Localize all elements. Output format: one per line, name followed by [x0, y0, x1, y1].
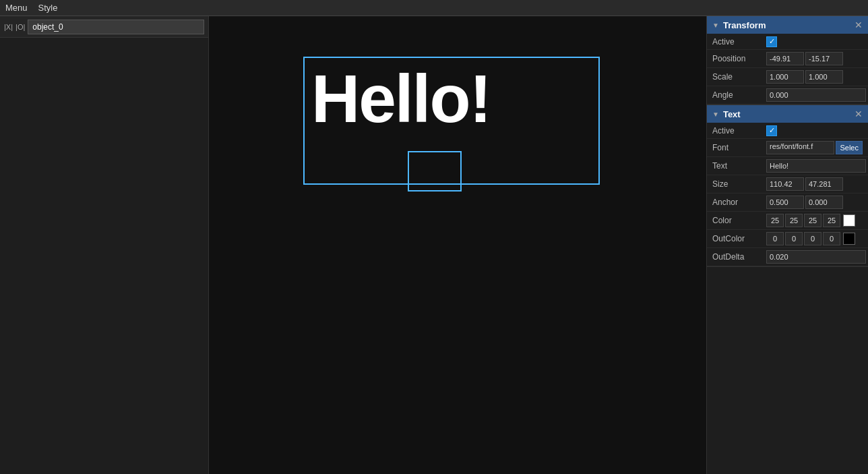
right-panel: ▼ Transform ✕ Active ✓ Poosition Scale: [706, 16, 868, 474]
text-value-row: Text: [707, 157, 868, 175]
text-anchor-label: Anchor: [712, 198, 766, 207]
transform-header[interactable]: ▼ Transform ✕: [707, 16, 868, 34]
menubar: Menu Style: [0, 0, 868, 16]
transform-position-row: Poosition: [707, 50, 868, 68]
text-outcolor-a[interactable]: [823, 232, 840, 245]
text-font-group: res/font/font.f Selec: [766, 141, 863, 154]
transform-scale-label: Scale: [712, 72, 766, 82]
text-outcolor-r[interactable]: [766, 232, 784, 245]
transform-section: ▼ Transform ✕ Active ✓ Poosition Scale: [707, 16, 868, 105]
text-font-row: Font res/font/font.f Selec: [707, 139, 868, 157]
transform-angle-row: Angle: [707, 86, 868, 105]
text-anchor-x[interactable]: [766, 196, 804, 209]
sub-selection-box: [408, 151, 462, 191]
o-icon: |O|: [16, 23, 25, 31]
menu-item-style[interactable]: Style: [38, 3, 58, 13]
x-icon: |X|: [4, 23, 13, 31]
text-anchor-y[interactable]: [805, 196, 843, 209]
text-outcolor-values: [766, 232, 855, 245]
text-active-label: Active: [712, 126, 766, 136]
text-close-button[interactable]: ✕: [855, 109, 863, 119]
transform-position-values: [766, 52, 863, 65]
transform-active-checkbox[interactable]: ✓: [766, 36, 777, 47]
transform-collapse-icon: ▼: [712, 22, 719, 29]
text-section: ▼ Text ✕ Active ✓ Font res/font/font.f S…: [707, 105, 868, 267]
transform-position-y[interactable]: [805, 52, 843, 65]
text-size-h[interactable]: [805, 177, 843, 191]
text-outcolor-label: OutColor: [712, 234, 766, 243]
text-color-values: [766, 214, 855, 227]
text-size-w[interactable]: [766, 177, 804, 191]
left-panel: |X| |O|: [0, 16, 209, 474]
transform-active-label: Active: [712, 37, 766, 47]
canvas-area: Hello!: [209, 16, 706, 474]
text-font-label: Font: [712, 143, 766, 152]
transform-scale-values: [766, 70, 863, 84]
hello-text: Hello!: [305, 58, 598, 132]
text-color-g[interactable]: [785, 214, 803, 227]
text-header[interactable]: ▼ Text ✕: [707, 105, 868, 123]
transform-scale-row: Scale: [707, 68, 868, 86]
text-outcolor-swatch[interactable]: [843, 233, 855, 245]
text-font-select-button[interactable]: Selec: [836, 141, 863, 154]
transform-scale-x[interactable]: [766, 70, 804, 84]
text-anchor-values: [766, 196, 863, 209]
text-outcolor-b[interactable]: [804, 232, 822, 245]
text-color-row: Color: [707, 212, 868, 230]
text-color-a[interactable]: [823, 214, 840, 227]
object-name-input[interactable]: [28, 20, 204, 34]
text-color-r[interactable]: [766, 214, 784, 227]
text-anchor-row: Anchor: [707, 194, 868, 212]
transform-position-label: Poosition: [712, 54, 766, 63]
transform-angle-input[interactable]: [766, 88, 866, 102]
text-outdelta-row: OutDelta: [707, 248, 868, 266]
text-active-row: Active ✓: [707, 123, 868, 139]
text-active-checkbox[interactable]: ✓: [766, 125, 777, 136]
transform-position-x[interactable]: [766, 52, 804, 65]
text-title: Text: [723, 109, 852, 119]
text-size-row: Size: [707, 175, 868, 194]
transform-active-row: Active ✓: [707, 34, 868, 50]
text-size-label: Size: [712, 179, 766, 189]
text-collapse-icon: ▼: [712, 111, 719, 118]
menu-item-menu[interactable]: Menu: [5, 3, 28, 13]
text-value-input[interactable]: [766, 159, 866, 173]
object-list-header: |X| |O|: [0, 16, 208, 38]
text-outcolor-row: OutColor: [707, 230, 868, 248]
text-outcolor-g[interactable]: [785, 232, 803, 245]
text-color-label: Color: [712, 216, 766, 225]
text-value-label: Text: [712, 161, 766, 171]
text-color-swatch[interactable]: [843, 214, 855, 227]
text-color-b[interactable]: [804, 214, 822, 227]
text-font-path: res/font/font.f: [766, 141, 834, 154]
text-outdelta-label: OutDelta: [712, 252, 766, 262]
main-layout: |X| |O| Hello! ▼ Transform ✕ Active ✓: [0, 16, 868, 474]
transform-angle-label: Angle: [712, 90, 766, 100]
text-size-values: [766, 177, 863, 191]
transform-title: Transform: [723, 20, 852, 30]
transform-scale-y[interactable]: [805, 70, 843, 84]
text-outdelta-input[interactable]: [766, 250, 866, 264]
transform-close-button[interactable]: ✕: [855, 20, 863, 30]
